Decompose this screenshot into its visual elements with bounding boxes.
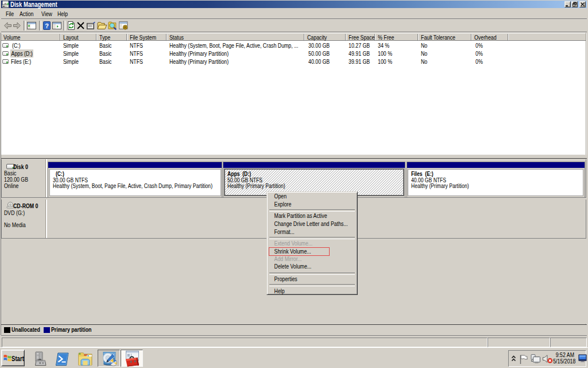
svg-text:?: ? (45, 22, 49, 29)
